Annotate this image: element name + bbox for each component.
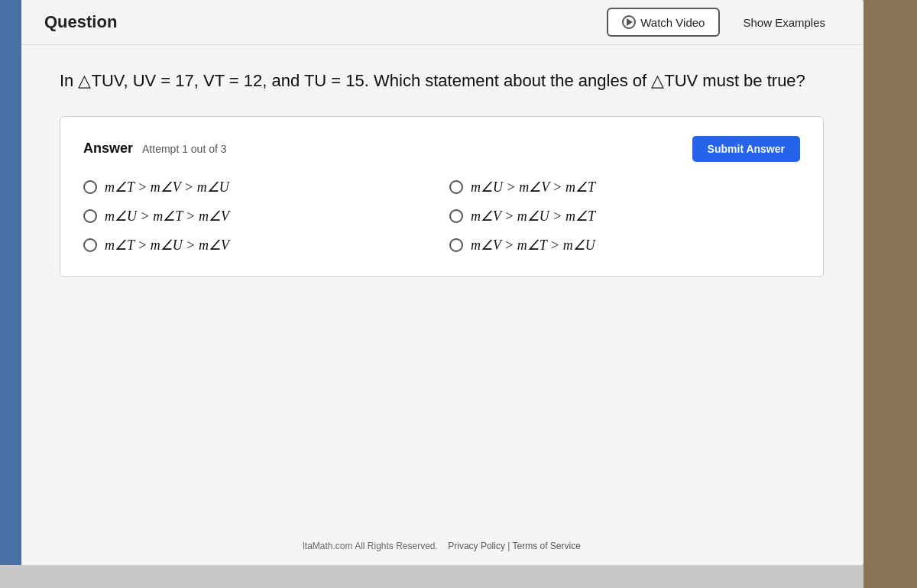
radio-opt4[interactable] (449, 209, 463, 223)
options-grid: m∠T > m∠V > m∠Um∠U > m∠V > m∠Tm∠U > m∠T … (83, 179, 800, 254)
option-row-1: m∠T > m∠V > m∠U (83, 179, 434, 195)
footer: ltaMath.com All Rights Reserved. Privacy… (21, 541, 862, 551)
answer-box: Answer Attempt 1 out of 3 Submit Answer … (60, 116, 824, 277)
show-examples-button[interactable]: Show Examples (729, 10, 839, 35)
play-triangle-icon (627, 18, 633, 26)
option-label-opt3: m∠U > m∠T > m∠V (105, 208, 229, 225)
radio-opt1[interactable] (83, 180, 97, 194)
radio-opt3[interactable] (83, 209, 97, 223)
watch-video-button[interactable]: Watch Video (607, 8, 720, 37)
privacy-link[interactable]: Privacy Policy (448, 541, 505, 551)
answer-header: Answer Attempt 1 out of 3 Submit Answer (83, 136, 800, 162)
question-label: Question (44, 12, 117, 32)
question-text-area: In △TUV, UV = 17, VT = 12, and TU = 15. … (21, 45, 862, 108)
terms-link[interactable]: Terms of Service (513, 541, 581, 551)
answer-label: Answer (83, 141, 133, 157)
sidebar-strip (0, 0, 21, 565)
watch-video-label: Watch Video (640, 16, 705, 29)
option-row-3: m∠U > m∠T > m∠V (83, 208, 434, 225)
option-row-4: m∠V > m∠U > m∠T (449, 208, 800, 225)
attempt-label: Attempt 1 out of 3 (142, 143, 227, 155)
play-icon (622, 15, 636, 29)
top-buttons: Watch Video Show Examples (607, 8, 839, 37)
option-row-6: m∠V > m∠T > m∠U (449, 237, 800, 254)
radio-opt6[interactable] (449, 238, 463, 252)
option-label-opt6: m∠V > m∠T > m∠U (471, 237, 595, 254)
radio-opt2[interactable] (449, 180, 463, 194)
main-content: Question Watch Video Show Examples In △T… (21, 0, 862, 565)
option-label-opt2: m∠U > m∠V > m∠T (471, 179, 595, 195)
option-row-2: m∠U > m∠V > m∠T (449, 179, 800, 195)
question-text: In △TUV, UV = 17, VT = 12, and TU = 15. … (60, 68, 824, 93)
screen: Question Watch Video Show Examples In △T… (0, 0, 864, 565)
footer-separator: | (507, 541, 510, 551)
option-label-opt4: m∠V > m∠U > m∠T (471, 208, 595, 225)
radio-opt5[interactable] (83, 238, 97, 252)
right-decoration (864, 0, 917, 588)
submit-answer-button[interactable]: Submit Answer (692, 136, 800, 162)
top-bar: Question Watch Video Show Examples (21, 0, 862, 45)
option-row-5: m∠T > m∠U > m∠V (83, 237, 434, 254)
copyright-text: ltaMath.com All Rights Reserved. (303, 541, 438, 551)
option-label-opt5: m∠T > m∠U > m∠V (105, 237, 229, 254)
option-label-opt1: m∠T > m∠V > m∠U (105, 179, 229, 195)
